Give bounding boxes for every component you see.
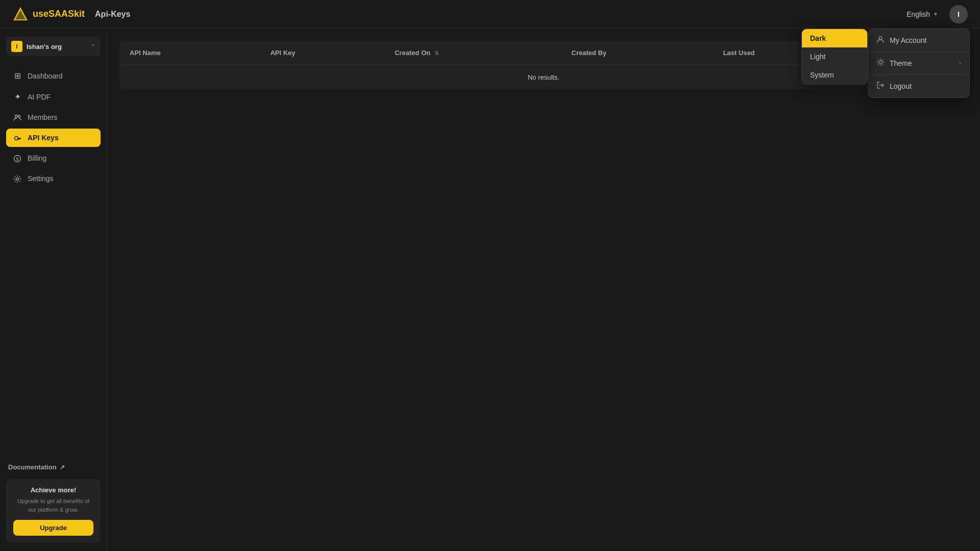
- theme-label: Theme: [890, 59, 912, 67]
- upgrade-card-description: Upgrade to get all benefits of our platf…: [13, 497, 93, 514]
- members-icon: [12, 113, 22, 122]
- svg-point-10: [16, 178, 19, 180]
- person-icon: [876, 35, 885, 45]
- sidebar-item-label: Billing: [28, 154, 46, 162]
- upgrade-card: Achieve more! Upgrade to get all benefit…: [6, 479, 101, 543]
- sidebar-item-label: Dashboard: [28, 72, 63, 80]
- sidebar-item-api-keys[interactable]: API Keys: [6, 129, 101, 147]
- api-key-icon: [12, 133, 22, 142]
- upgrade-button[interactable]: Upgrade: [13, 520, 93, 536]
- external-link-icon: ↗: [60, 464, 65, 471]
- sidebar-item-billing[interactable]: $ Billing: [6, 149, 101, 167]
- chevron-right-icon: ›: [959, 60, 961, 67]
- language-selector[interactable]: English ▼: [901, 7, 943, 21]
- layout: I Ishan's org ⌃ ⊞ Dashboard ✦ AI PDF: [0, 29, 980, 551]
- sidebar-item-label: API Keys: [28, 134, 59, 142]
- logout-item[interactable]: Logout: [868, 75, 969, 97]
- svg-point-12: [879, 61, 882, 64]
- org-icon: I: [11, 41, 22, 52]
- theme-label-group: Theme: [876, 58, 912, 68]
- sidebar: I Ishan's org ⌃ ⊞ Dashboard ✦ AI PDF: [0, 29, 107, 551]
- theme-dark-label: Dark: [810, 34, 826, 42]
- sidebar-item-label: Settings: [28, 174, 54, 183]
- theme-light-label: Light: [810, 53, 825, 61]
- logo-text: useSAASkit: [33, 9, 85, 19]
- svg-point-3: [18, 115, 20, 117]
- sort-icon: ⇅: [434, 50, 439, 56]
- documentation-link[interactable]: Documentation ↗: [6, 461, 101, 473]
- svg-point-2: [15, 115, 18, 117]
- sidebar-item-settings[interactable]: Settings: [6, 169, 101, 188]
- sidebar-bottom: Documentation ↗ Achieve more! Upgrade to…: [6, 455, 101, 543]
- my-account-label: My Account: [890, 36, 926, 44]
- nav-right: English ▼ I: [901, 5, 968, 23]
- sidebar-item-dashboard[interactable]: ⊞ Dashboard: [6, 66, 101, 85]
- dropdown-menu: My Account Theme › Logout: [868, 29, 970, 98]
- sidebar-item-members[interactable]: Members: [6, 108, 101, 127]
- theme-item[interactable]: Theme ›: [868, 52, 969, 74]
- chevron-down-icon: ▼: [933, 11, 938, 17]
- page-title: Api-Keys: [95, 10, 130, 19]
- main-content: API Name API Key Created On ⇅ Created By: [107, 29, 980, 551]
- col-api-key: API Key: [260, 41, 384, 65]
- org-chevron-icon: ⌃: [91, 43, 95, 50]
- settings-icon: [12, 174, 22, 183]
- nav-items: ⊞ Dashboard ✦ AI PDF Members: [6, 66, 101, 455]
- theme-dark[interactable]: Dark: [802, 29, 867, 47]
- logo-icon: [12, 6, 29, 22]
- org-selector[interactable]: I Ishan's org ⌃: [6, 37, 101, 56]
- language-label: English: [906, 10, 930, 18]
- sidebar-item-ai-pdf[interactable]: ✦ AI PDF: [6, 87, 101, 106]
- logout-icon: [876, 81, 885, 91]
- documentation-label: Documentation: [8, 463, 57, 471]
- theme-icon: [876, 58, 885, 68]
- ai-pdf-icon: ✦: [12, 92, 22, 102]
- logo-area: useSAASkit: [12, 6, 85, 22]
- col-api-name: API Name: [119, 41, 260, 65]
- top-nav: useSAASkit Api-Keys English ▼ I: [0, 0, 980, 29]
- theme-system-label: System: [810, 71, 834, 79]
- billing-icon: $: [12, 154, 22, 163]
- org-name: Ishan's org: [27, 43, 87, 51]
- theme-submenu: Dark Light System: [801, 29, 868, 85]
- sidebar-item-label: AI PDF: [28, 93, 51, 101]
- col-created-on[interactable]: Created On ⇅: [384, 41, 561, 65]
- my-account-item[interactable]: My Account: [868, 29, 969, 52]
- theme-system[interactable]: System: [802, 66, 867, 84]
- col-created-by: Created By: [561, 41, 713, 65]
- upgrade-card-title: Achieve more!: [13, 486, 93, 494]
- dashboard-icon: ⊞: [12, 71, 22, 81]
- nav-left: useSAASkit Api-Keys: [12, 6, 130, 22]
- user-avatar[interactable]: I: [949, 5, 968, 23]
- svg-text:$: $: [16, 157, 18, 162]
- sidebar-item-label: Members: [28, 113, 57, 121]
- logout-label: Logout: [890, 82, 912, 90]
- svg-point-11: [879, 37, 882, 40]
- theme-light[interactable]: Light: [802, 47, 867, 66]
